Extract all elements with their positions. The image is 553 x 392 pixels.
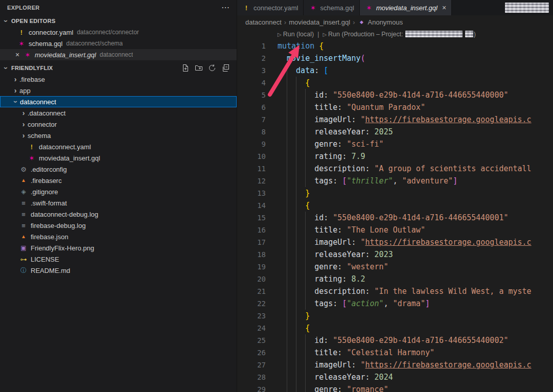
indent [278,297,287,310]
tree-item-label: dataconnect [20,98,56,106]
chevron-right-icon: › [11,87,19,94]
code-line[interactable]: 4{ [237,77,553,89]
code-line[interactable]: 16title: "The Lone Outlaw" [237,224,553,236]
tree-item-app[interactable]: ›app [0,85,237,96]
tree-item-.firebaserc[interactable]: ▲.firebaserc [0,175,237,186]
indent [278,261,287,273]
tree-item-schema[interactable]: ›schema [0,130,237,141]
code-line[interactable]: 20rating: 8.2 [237,273,553,285]
tree-item-label: dataconnect.yaml [39,143,91,151]
tree-item-.gitignore[interactable]: ◈.gitignore [0,186,237,197]
open-editor-item[interactable]: ×✶moviedata_insert.gqldataconnect [0,49,237,60]
code-line[interactable]: 7imageUrl: "https://firebasestorage.goog… [237,113,553,126]
open-editor-item[interactable]: !connector.yamldataconnect/connector [0,27,237,38]
code-line[interactable]: 1mutation { [237,40,553,52]
chevron-right-icon: › [19,121,28,128]
close-icon[interactable]: × [442,4,446,12]
open-editor-item[interactable]: ✶schema.gqldataconnect/schema [0,38,237,49]
open-editors-header[interactable]: › OPEN EDITORS [0,15,237,27]
code-token: 7.9 [351,152,365,161]
tree-item-firebase.json[interactable]: ▲firebase.json [0,231,237,242]
code-line[interactable]: 25id: "550e8400-e29b-41d4-a716-446655440… [237,334,553,347]
line-number: 8 [237,126,266,138]
tree-item-dataconnect-debug.log[interactable]: ≡dataconnect-debug.log [0,209,237,220]
tree-item-README.md[interactable]: ⓘREADME.md [0,265,237,276]
code-line[interactable]: 29genre: "romance" [237,383,553,392]
code-line[interactable]: 6title: "Quantum Paradox" [237,101,553,113]
tree-item-LICENSE[interactable]: ⊶LICENSE [0,253,237,265]
new-file-icon[interactable] [181,64,190,72]
tree-item-connector[interactable]: ›connector [0,119,237,130]
indent [278,150,287,163]
workspace-header[interactable]: › FRIENDLYFLIX [0,62,237,74]
file-tree: ›.firebase›app›dataconnect›.dataconnect›… [0,74,237,276]
breadcrumb-item[interactable]: dataconnect [245,18,282,26]
tree-item-.firebase[interactable]: ›.firebase [0,74,237,85]
indent-guide [296,77,305,89]
line-content: movie_insertMany( [278,52,553,64]
code-line[interactable]: 28releaseYear: 2024 [237,371,553,383]
tab-schema.gql[interactable]: ✶schema.gql [304,0,359,15]
refresh-icon[interactable] [208,64,216,72]
code-line[interactable]: 8releaseYear: 2025 [237,126,553,138]
code-line[interactable]: 11description: "A group of scientists ac… [237,163,553,175]
tree-item-dataconnect[interactable]: ›dataconnect [0,96,237,107]
tree-item-label: app [19,87,31,95]
line-number: 13 [237,187,266,199]
close-icon[interactable]: × [13,51,21,59]
code-line[interactable]: 17imageUrl: "https://firebasestorage.goo… [237,236,553,248]
indent-guide [296,138,305,150]
code-token: "Celestial Harmony" [347,348,434,357]
open-editor-description: dataconnect/schema [66,40,123,47]
tree-item-firebase-debug.log[interactable]: ≡firebase-debug.log [0,220,237,231]
code-line[interactable]: 5id: "550e8400-e29b-41d4-a716-4466554400… [237,89,553,101]
indent-guide [296,261,305,273]
code-line[interactable]: 26title: "Celestial Harmony" [237,347,553,359]
code-line[interactable]: 2movie_insertMany( [237,52,553,64]
code-line[interactable]: 3data: [ [237,64,553,77]
code-line[interactable]: 24{ [237,322,553,334]
breadcrumb-item[interactable]: Anonymous [368,18,403,26]
tree-item-label: .firebaserc [31,177,62,185]
code-line[interactable]: 14{ [237,199,553,212]
indent-guide [305,175,314,187]
run-local-label: Run (local) [283,31,314,38]
code-token: genre [314,385,337,392]
tree-item-moviedata_insert.gql[interactable]: ✶moviedata_insert.gql [0,152,237,164]
code-token: , [393,176,402,186]
tree-item-.dataconnect[interactable]: ›.dataconnect [0,107,237,119]
line-number: 22 [237,297,266,310]
tree-item-.editorconfig[interactable]: ⚙.editorconfig [0,164,237,175]
breadcrumb-item[interactable]: moviedata_insert.gql [289,18,350,26]
code-line[interactable]: 10rating: 7.9 [237,150,553,163]
line-number: 3 [237,64,266,77]
indent-guide [305,383,314,392]
tree-item-FriendlyFlix-Hero.png[interactable]: ▣FriendlyFlix-Hero.png [0,242,237,253]
code-line[interactable]: 18releaseYear: 2023 [237,248,553,261]
tree-item-.swift-format[interactable]: ≡.swift-format [0,197,237,209]
open-editor-description: dataconnect [100,51,133,58]
collapse-all-icon[interactable] [221,64,229,72]
line-content: rating: 8.2 [278,273,553,285]
run-production-link[interactable]: ▷Run (Production – Project:) [322,31,475,38]
code-token: : [333,299,342,308]
tree-item-dataconnect.yaml[interactable]: !dataconnect.yaml [0,141,237,152]
tab-connector.yaml[interactable]: !connector.yaml [237,0,304,15]
code-line[interactable]: 9genre: "sci-fi" [237,138,553,150]
tab-moviedata_insert.gql[interactable]: ✶moviedata_insert.gql× [360,0,452,15]
code-line[interactable]: 15id: "550e8400-e29b-41d4-a716-446655440… [237,212,553,224]
new-folder-icon[interactable] [195,64,203,72]
indent-guide [287,310,296,322]
code-line[interactable]: 27imageUrl: "https://firebasestorage.goo… [237,359,553,371]
more-actions-icon[interactable]: ⋯ [221,4,229,12]
code-line[interactable]: 19genre: "western" [237,261,553,273]
code-editor[interactable]: ▷Run (local)|▷Run (Production – Project:… [237,29,553,392]
code-line[interactable]: 12tags: ["thriller", "adventure"] [237,175,553,187]
open-editor-description: dataconnect/connector [77,29,139,36]
code-line[interactable]: 13} [237,187,553,199]
code-line[interactable]: 22tags: ["action", "drama"] [237,297,553,310]
code-line[interactable]: 23} [237,310,553,322]
code-line[interactable]: 21description: "In the lawless Wild West… [237,285,553,297]
code-token: "550e8400-e29b-41d4-a716-446655440000" [333,90,508,100]
run-local-link[interactable]: ▷Run (local) [278,31,314,38]
